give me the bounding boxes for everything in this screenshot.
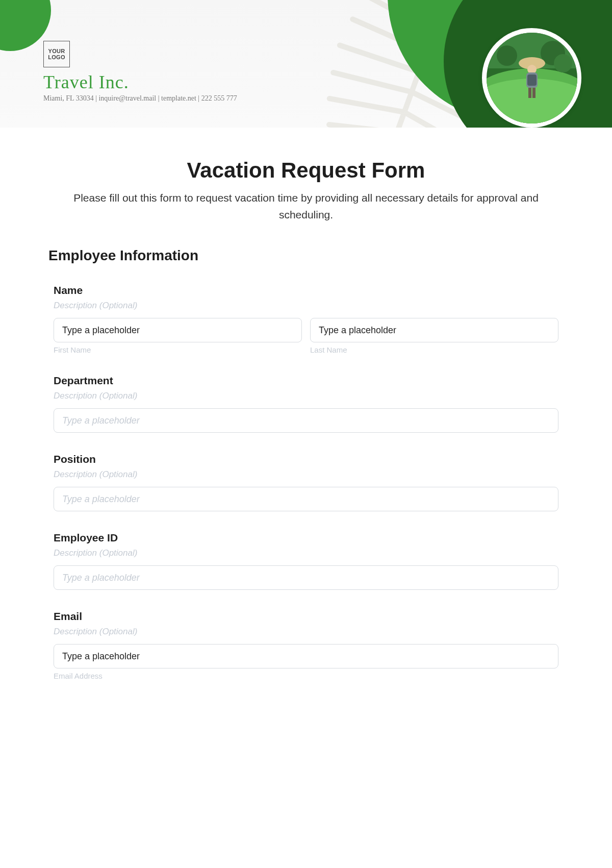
department-input[interactable] xyxy=(54,408,558,433)
logo-text: YOUR LOGO xyxy=(44,48,69,60)
logo-placeholder: YOUR LOGO xyxy=(43,41,70,67)
field-desc-position: Description (Optional) xyxy=(54,469,558,480)
field-name: Name Description (Optional) First Name L… xyxy=(48,284,564,354)
last-name-sublabel: Last Name xyxy=(310,345,558,354)
svg-rect-11 xyxy=(528,88,531,98)
email-input[interactable] xyxy=(54,644,558,668)
field-desc-employee-id: Description (Optional) xyxy=(54,548,558,558)
first-name-input[interactable] xyxy=(54,318,302,342)
last-name-input[interactable] xyxy=(310,318,558,342)
field-desc-email: Description (Optional) xyxy=(54,627,558,637)
position-input[interactable] xyxy=(54,487,558,511)
header-photo xyxy=(487,33,577,123)
company-meta: Miami, FL 33034 | inquire@travel.mail | … xyxy=(43,94,237,103)
employee-id-input[interactable] xyxy=(54,565,558,590)
section-heading-employee-info: Employee Information xyxy=(48,247,564,264)
field-desc-department: Description (Optional) xyxy=(54,391,558,401)
form-subtitle: Please fill out this form to request vac… xyxy=(48,190,564,223)
company-name: Travel Inc. xyxy=(43,71,237,93)
form-content: Vacation Request Form Please fill out th… xyxy=(0,128,612,701)
field-employee-id: Employee ID Description (Optional) xyxy=(48,532,564,590)
svg-point-4 xyxy=(497,45,517,66)
field-label-email: Email xyxy=(54,610,558,623)
header-banner: YOUR LOGO Travel Inc. Miami, FL 33034 | … xyxy=(0,0,612,128)
field-label-name: Name xyxy=(54,284,558,296)
field-label-position: Position xyxy=(54,453,558,465)
field-department: Department Description (Optional) xyxy=(48,375,564,433)
svg-rect-12 xyxy=(532,88,536,98)
field-desc-name: Description (Optional) xyxy=(54,301,558,311)
field-email: Email Description (Optional) Email Addre… xyxy=(48,610,564,680)
field-position: Position Description (Optional) xyxy=(48,453,564,511)
field-label-employee-id: Employee ID xyxy=(54,532,558,544)
svg-point-6 xyxy=(554,54,572,72)
field-label-department: Department xyxy=(54,375,558,387)
company-block: Travel Inc. Miami, FL 33034 | inquire@tr… xyxy=(43,71,237,103)
email-sublabel: Email Address xyxy=(54,672,558,680)
header-photo-frame xyxy=(482,28,581,128)
form-title: Vacation Request Form xyxy=(48,158,564,183)
svg-rect-10 xyxy=(527,75,537,86)
first-name-sublabel: First Name xyxy=(54,345,302,354)
